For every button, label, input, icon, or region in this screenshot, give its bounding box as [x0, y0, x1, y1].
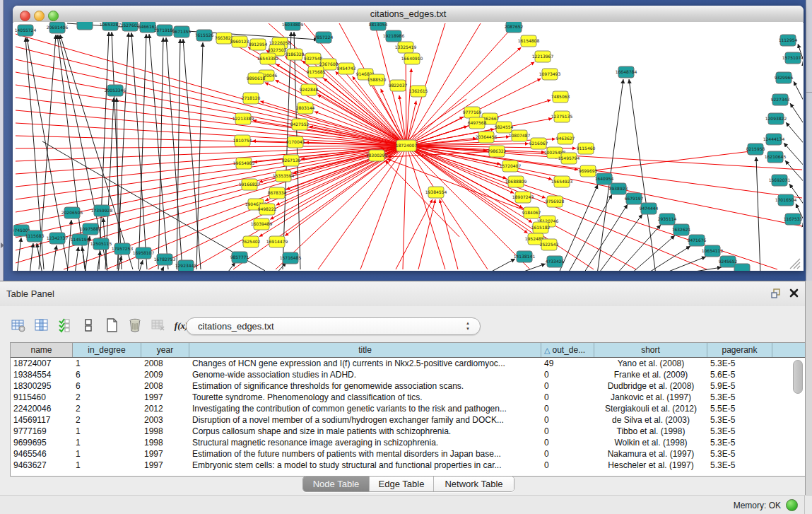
row-height-icon[interactable] [80, 317, 97, 334]
graph-node[interactable]: 8267130 [282, 155, 301, 166]
graph-node[interactable]: 20053346 [105, 85, 126, 96]
table-cell[interactable]: 0 [541, 426, 594, 437]
table-cell[interactable]: 5.3E-5 [707, 392, 772, 403]
graph-node[interactable]: 9227343 [771, 94, 790, 105]
graph-node[interactable]: 14138141 [514, 251, 536, 262]
column-header-title[interactable]: title [189, 343, 541, 357]
table-row[interactable]: 2242004622012Investigating the contribut… [11, 403, 805, 414]
graph-node[interactable]: 1615182 [531, 222, 551, 233]
graph-node[interactable]: 9184067 [522, 207, 541, 218]
graph-node[interactable]: 6497568 [468, 117, 487, 129]
graph-node[interactable]: 13325419 [395, 42, 417, 53]
graph-edge[interactable] [406, 57, 406, 146]
table-cell[interactable]: Dudbridge et al. (2008) [594, 380, 707, 392]
table-row[interactable]: 1830029562008Estimation of significance … [11, 380, 805, 392]
column-header-out-degree[interactable]: △out_de... [541, 343, 594, 357]
graph-node[interactable] [734, 264, 750, 271]
table-cell[interactable]: Investigating the contribution of common… [189, 403, 541, 414]
table-cell[interactable]: 19384554 [11, 369, 73, 380]
table-cell[interactable]: Hescheler et al. (1997) [594, 460, 707, 471]
table-cell[interactable]: Changes of HCN gene expression and I(f) … [189, 358, 541, 369]
table-row[interactable]: 1872400712008Changes of HCN gene express… [11, 358, 805, 369]
graph-node[interactable]: 16914479 [266, 236, 288, 247]
graph-node[interactable]: 9170043 [286, 136, 305, 148]
graph-edge[interactable] [516, 264, 546, 271]
graph-node[interactable]: 7986322 [488, 146, 507, 157]
table-cell[interactable]: Embryonic stem cells: a model to study s… [189, 460, 541, 471]
table-cell[interactable]: Jankovic et al. (1997) [594, 392, 707, 403]
graph-node[interactable]: 15716485 [280, 252, 302, 264]
graph-node[interactable]: 1112954 [779, 35, 798, 46]
graph-node[interactable]: 1527602 [121, 22, 140, 31]
network-canvas[interactable]: 1405572420691406106532871527602646616110… [13, 22, 803, 271]
table-cell[interactable]: 9699695 [11, 437, 73, 448]
graph-edge[interactable] [794, 81, 803, 105]
table-cell[interactable]: 49 [541, 358, 594, 369]
tab-network-table[interactable]: Network Table [434, 477, 514, 491]
table-cell[interactable]: 2009 [141, 369, 189, 380]
graph-node[interactable]: 8912954 [249, 39, 268, 50]
graph-node[interactable]: 16648784 [616, 66, 637, 78]
graph-node[interactable]: 9242848 [300, 84, 319, 95]
graph-node[interactable]: 16154808 [518, 35, 540, 47]
table-cell[interactable]: 2008 [141, 358, 189, 369]
graph-edge[interactable] [558, 185, 598, 271]
graph-node[interactable]: 16782753 [154, 254, 176, 265]
graph-node[interactable]: 9699695 [579, 165, 598, 177]
column-header-name[interactable]: name [11, 343, 73, 357]
graph-node[interactable]: 2935114 [658, 214, 677, 225]
graph-node[interactable]: 8427552 [290, 119, 310, 130]
graph-node[interactable]: 2087652 [505, 22, 524, 33]
table-cell[interactable]: 9115460 [11, 392, 73, 403]
delete-rows-icon[interactable] [126, 317, 143, 334]
graph-node[interactable]: 20691406 [47, 22, 69, 33]
table-row[interactable]: 1456911722003Disruption of a novel membe… [11, 414, 805, 426]
graph-node[interactable]: 9777169 [463, 107, 482, 118]
table-cell[interactable]: Corpus callosum shape and size in male p… [189, 426, 541, 437]
table-cell[interactable]: 0 [541, 369, 594, 380]
graph-node[interactable]: 9463627 [556, 133, 575, 144]
table-settings-icon[interactable] [10, 317, 27, 334]
graph-node[interactable]: 2718120 [242, 93, 261, 104]
graph-edge[interactable] [629, 79, 656, 271]
table-row[interactable]: 946362711997Embryonic stem cells: a mode… [11, 460, 805, 471]
graph-node[interactable]: 8813054 [369, 22, 388, 30]
tab-edge-table[interactable]: Edge Table [370, 477, 434, 491]
graph-node[interactable]: 12505115 [90, 238, 112, 250]
graph-node[interactable]: 8186328 [286, 49, 305, 60]
tab-node-table[interactable]: Node Table [303, 477, 370, 491]
graph-node[interactable]: 1167533 [784, 214, 803, 225]
table-cell[interactable]: 6 [73, 369, 141, 380]
new-table-icon[interactable] [103, 317, 120, 334]
graph-edge[interactable] [677, 267, 722, 271]
graph-edge[interactable] [486, 259, 515, 271]
graph-edge[interactable] [226, 262, 235, 271]
table-cell[interactable]: 0 [541, 460, 594, 471]
graph-node[interactable]: 16033809 [282, 22, 304, 30]
graph-node[interactable]: 6216067 [529, 138, 548, 149]
graph-edge[interactable] [160, 267, 164, 271]
panel-collapse-arrow-icon[interactable] [1, 243, 4, 248]
graph-node[interactable]: 15692071 [769, 175, 791, 186]
graph-node[interactable]: 9115460 [577, 143, 596, 154]
graph-node[interactable]: 17016504 [775, 194, 797, 206]
graph-node[interactable]: 12923448 [175, 260, 197, 271]
table-cell[interactable]: Tibbo et al. (1998) [594, 426, 707, 437]
graph-node[interactable]: 18907243 [512, 192, 534, 203]
graph-node[interactable]: 9329966 [775, 72, 794, 83]
graph-edge[interactable] [97, 251, 100, 271]
table-cell[interactable]: 2003 [141, 414, 189, 426]
table-cell[interactable]: 5.3E-5 [707, 448, 772, 460]
graph-node[interactable]: 6679197 [625, 193, 644, 204]
table-cell[interactable]: 14569117 [11, 414, 73, 426]
graph-edge[interactable] [294, 32, 300, 269]
table-scrollbar-thumb[interactable] [793, 360, 803, 394]
graph-node[interactable]: 15654923 [551, 176, 573, 187]
table-cell[interactable]: Wolkin et al. (1998) [594, 437, 707, 448]
table-cell[interactable]: 1997 [141, 448, 189, 460]
graph-node[interactable]: 7615526 [195, 30, 214, 41]
table-cell[interactable]: 1998 [141, 426, 189, 437]
graph-node[interactable]: 8960123 [230, 36, 249, 47]
table-cell[interactable]: Estimation of the future numbers of pati… [189, 448, 541, 460]
graph-node[interactable] [77, 22, 93, 30]
